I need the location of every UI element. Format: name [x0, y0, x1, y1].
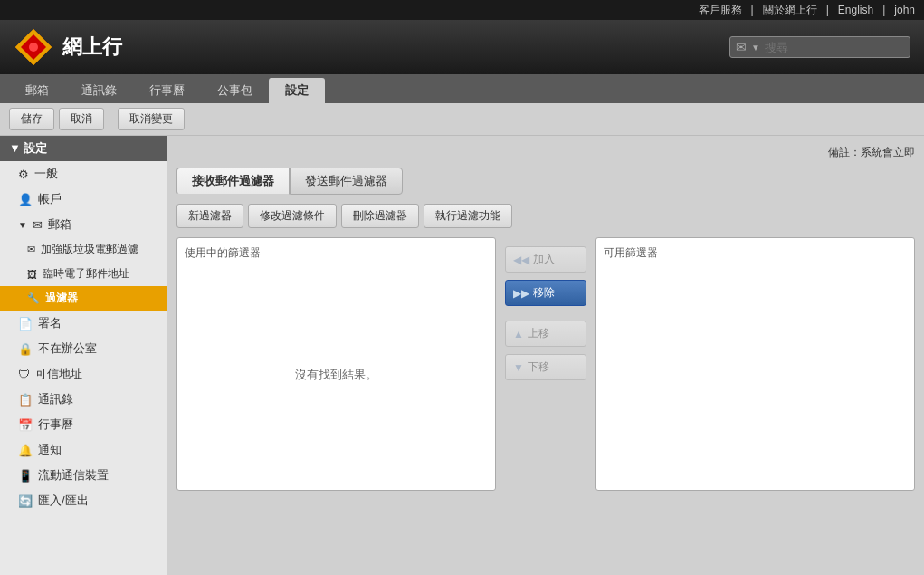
search-input[interactable] [765, 41, 891, 54]
nav-tab-briefcase[interactable]: 公事包 [201, 78, 269, 103]
delete-filter-button[interactable]: 刪除過濾器 [341, 204, 419, 228]
filter-tab-send[interactable]: 發送郵件過濾器 [290, 168, 403, 195]
active-filters-empty: 沒有找到結果。 [185, 266, 488, 483]
sep1: | [751, 4, 754, 16]
nav-tab-contacts[interactable]: 通訊錄 [65, 78, 133, 103]
controls-panel: ◀◀ 加入 ▶▶ 移除 ▲ 上移 ▼ 下移 [505, 237, 586, 491]
sidebar-item-general[interactable]: ⚙ 一般 [0, 161, 167, 187]
add-left-arrows: ◀◀ [513, 254, 529, 266]
modify-filter-button[interactable]: 修改過濾條件 [248, 204, 337, 228]
discard-button[interactable]: 取消變更 [118, 108, 185, 130]
filter-icon: 🔧 [27, 292, 40, 304]
toolbar: 儲存 取消 取消變更 [0, 103, 924, 136]
sidebar-item-notify[interactable]: 🔔 通知 [0, 437, 167, 463]
available-filters-label: 可用篩選器 [604, 245, 907, 261]
import-icon: 🔄 [18, 494, 33, 508]
sidebar-item-import[interactable]: 🔄 匯入/匯出 [0, 488, 167, 513]
sidebar-item-trusted[interactable]: 🛡 可信地址 [0, 361, 167, 387]
sidebar-item-mobile[interactable]: 📱 流動通信裝置 [0, 463, 167, 488]
logo-text: 網上行 [62, 34, 122, 61]
mailbox-expand-icon: ▼ [18, 220, 27, 230]
main: ▼ 設定 ⚙ 一般 👤 帳戶 ▼ ✉ 郵箱 ✉ 加強版垃圾電郵過濾 🖼 臨時電子… [0, 136, 924, 575]
sidebar-item-temp-email[interactable]: 🖼 臨時電子郵件地址 [0, 262, 167, 286]
available-filters-panel: 可用篩選器 [595, 237, 915, 491]
sidebar-item-mailbox[interactable]: ▼ ✉ 郵箱 [0, 212, 167, 237]
run-filter-button[interactable]: 執行過濾功能 [424, 204, 512, 228]
sidebar-item-filter[interactable]: 🔧 過濾器 [0, 286, 167, 311]
search-bar[interactable]: ✉ ▼ [729, 36, 910, 58]
mobile-icon: 📱 [18, 469, 33, 483]
down-arrow: ▼ [513, 361, 524, 374]
user-icon: 👤 [18, 193, 33, 206]
new-filter-button[interactable]: 新過濾器 [176, 204, 243, 228]
sidebar-item-spam[interactable]: ✉ 加強版垃圾電郵過濾 [0, 237, 167, 262]
mail-icon: ✉ [33, 218, 43, 232]
nav-tab-settings[interactable]: 設定 [269, 78, 325, 103]
content: 備註：系統會立即 接收郵件過濾器 發送郵件過濾器 新過濾器 修改過濾條件 刪除過… [167, 136, 924, 575]
up-arrow: ▲ [513, 328, 524, 340]
about-link[interactable]: 關於網上行 [763, 3, 817, 18]
logo-icon [14, 27, 53, 67]
filter-tabs: 接收郵件過濾器 發送郵件過濾器 [176, 168, 915, 195]
top-bar: 客戶服務 | 關於網上行 | English | john [0, 0, 924, 20]
user-name[interactable]: john [894, 4, 915, 16]
gear-icon: ⚙ [18, 168, 29, 181]
mail-icon: ✉ [736, 40, 747, 54]
svg-point-3 [29, 43, 38, 52]
down-button[interactable]: ▼ 下移 [505, 354, 586, 380]
english-link[interactable]: English [838, 4, 873, 16]
spam-icon: ✉ [27, 244, 35, 255]
search-dropdown-arrow[interactable]: ▼ [751, 43, 760, 53]
active-filters-label: 使用中的篩選器 [185, 245, 488, 261]
sidebar-header: ▼ 設定 [0, 136, 167, 161]
sub-toolbar: 新過濾器 修改過濾條件 刪除過濾器 執行過濾功能 [176, 204, 915, 228]
filter-tab-receive[interactable]: 接收郵件過濾器 [176, 168, 290, 195]
filter-panels: 使用中的篩選器 沒有找到結果。 ◀◀ 加入 ▶▶ 移除 ▲ 上移 ▼ [176, 237, 915, 491]
nav-tabs: 郵箱 通訊錄 行事曆 公事包 設定 [0, 74, 924, 103]
nav-tab-mail[interactable]: 郵箱 [9, 78, 65, 103]
header: 網上行 ✉ ▼ [0, 20, 924, 74]
cancel-button[interactable]: 取消 [59, 108, 104, 130]
contacts-icon: 📋 [18, 393, 33, 407]
sep2: | [826, 4, 829, 16]
sidebar-item-contacts[interactable]: 📋 通訊錄 [0, 387, 167, 412]
note-bar: 備註：系統會立即 [176, 145, 915, 160]
logo: 網上行 [14, 27, 122, 67]
active-filters-panel: 使用中的篩選器 沒有找到結果。 [176, 237, 496, 491]
up-button[interactable]: ▲ 上移 [505, 321, 586, 347]
trusted-icon: 🛡 [18, 368, 30, 381]
sidebar-item-calendar[interactable]: 📅 行事曆 [0, 412, 167, 437]
sidebar: ▼ 設定 ⚙ 一般 👤 帳戶 ▼ ✉ 郵箱 ✉ 加強版垃圾電郵過濾 🖼 臨時電子… [0, 136, 167, 575]
calendar-icon: 📅 [18, 418, 33, 432]
sidebar-item-signature[interactable]: 📄 署名 [0, 311, 167, 336]
add-button[interactable]: ◀◀ 加入 [505, 246, 586, 273]
sep3: | [882, 4, 885, 16]
save-button[interactable]: 儲存 [9, 108, 54, 130]
nav-tab-calendar[interactable]: 行事曆 [133, 78, 201, 103]
sidebar-item-account[interactable]: 👤 帳戶 [0, 187, 167, 212]
sidebar-item-out-of-office[interactable]: 🔒 不在辦公室 [0, 336, 167, 361]
customer-service-link[interactable]: 客戶服務 [699, 3, 742, 18]
out-of-office-icon: 🔒 [18, 342, 33, 356]
signature-icon: 📄 [18, 317, 33, 331]
remove-right-arrows: ▶▶ [513, 287, 529, 300]
temp-email-icon: 🖼 [27, 269, 37, 280]
remove-button[interactable]: ▶▶ 移除 [505, 280, 586, 306]
notify-icon: 🔔 [18, 444, 33, 457]
